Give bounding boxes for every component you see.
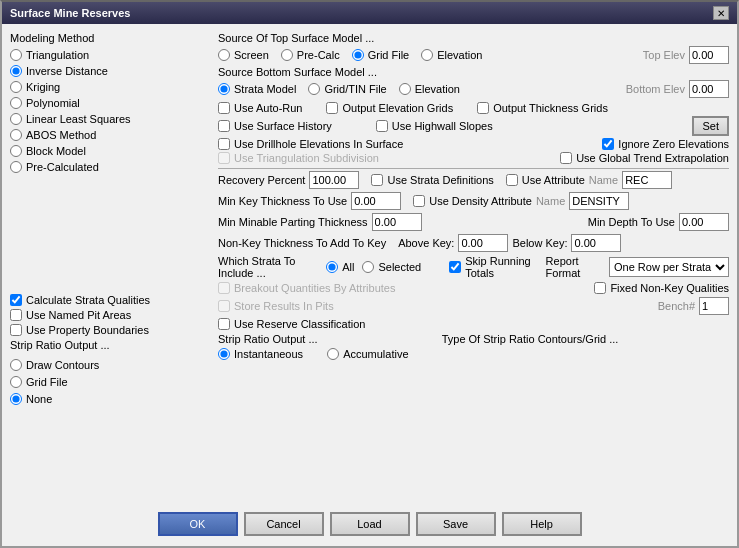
use-density-checkbox: Use Density Attribute bbox=[413, 195, 532, 207]
method-abos-label[interactable]: ABOS Method bbox=[26, 129, 96, 141]
below-key-label: Below Key: bbox=[512, 237, 567, 249]
top-elevation: Elevation bbox=[421, 48, 482, 62]
triangulation-sub-checkbox: Use Triangulation Subdivision bbox=[218, 152, 379, 164]
method-pre-calculated: Pre-Calculated bbox=[10, 160, 210, 174]
min-key-input[interactable] bbox=[351, 192, 401, 210]
top-grid-file: Grid File bbox=[352, 48, 410, 62]
non-key-label: Non-Key Thickness To Add To Key bbox=[218, 237, 386, 249]
method-abos: ABOS Method bbox=[10, 128, 210, 142]
draw-contours-radio: Draw Contours bbox=[10, 358, 210, 372]
instantaneous-radio: Instantaneous bbox=[218, 347, 303, 361]
method-kriging-label[interactable]: Kriging bbox=[26, 81, 60, 93]
content-area: Modeling Method Triangulation Inverse Di… bbox=[2, 24, 737, 546]
triangulation-sub-label: Use Triangulation Subdivision bbox=[234, 152, 379, 164]
main-window: Surface Mine Reserves ✕ Modeling Method … bbox=[0, 0, 739, 548]
use-density-label[interactable]: Use Density Attribute bbox=[429, 195, 532, 207]
bottom-elev-label: Bottom Elev bbox=[626, 83, 685, 95]
help-button[interactable]: Help bbox=[502, 512, 582, 536]
top-screen: Screen bbox=[218, 48, 269, 62]
top-surface-title: Source Of Top Surface Model ... bbox=[218, 32, 639, 44]
top-elev-input[interactable] bbox=[689, 46, 729, 64]
drillhole-elev-label[interactable]: Use Drillhole Elevations In Surface bbox=[234, 138, 403, 150]
close-button[interactable]: ✕ bbox=[713, 6, 729, 20]
bottom-surface-title: Source Bottom Surface Model ... bbox=[218, 66, 622, 78]
output-thick-label[interactable]: Output Thickness Grids bbox=[493, 102, 608, 114]
bench-input[interactable] bbox=[699, 297, 729, 315]
use-attribute-name-label: Name bbox=[589, 174, 618, 186]
recovery-percent-input[interactable] bbox=[309, 171, 359, 189]
right-panel: Source Of Top Surface Model ... Screen P… bbox=[218, 32, 729, 502]
ok-button[interactable]: OK bbox=[158, 512, 238, 536]
skip-running-checkbox: Skip Running Totals bbox=[449, 255, 537, 279]
calc-strata-checkbox: Calculate Strata Qualities bbox=[10, 294, 210, 306]
min-depth-input[interactable] bbox=[679, 213, 729, 231]
set-button[interactable]: Set bbox=[692, 116, 729, 136]
ignore-zero-checkbox: Ignore Zero Elevations bbox=[602, 138, 729, 150]
modeling-method-label: Modeling Method bbox=[10, 32, 210, 44]
store-results-checkbox: Store Results In Pits bbox=[218, 300, 334, 312]
method-block-label[interactable]: Block Model bbox=[26, 145, 86, 157]
save-button[interactable]: Save bbox=[416, 512, 496, 536]
min-minable-input[interactable] bbox=[372, 213, 422, 231]
left-panel: Modeling Method Triangulation Inverse Di… bbox=[10, 32, 210, 502]
below-key-input[interactable] bbox=[571, 234, 621, 252]
method-inverse-label[interactable]: Inverse Distance bbox=[26, 65, 108, 77]
modeling-method-group: Triangulation Inverse Distance Kriging P… bbox=[10, 48, 210, 174]
density-name-input[interactable] bbox=[569, 192, 629, 210]
method-inverse-distance: Inverse Distance bbox=[10, 64, 210, 78]
highwall-checkbox: Use Highwall Slopes bbox=[376, 120, 493, 132]
global-trend-label[interactable]: Use Global Trend Extrapolation bbox=[576, 152, 729, 164]
bottom-elev-input[interactable] bbox=[689, 80, 729, 98]
report-format-label: Report Format bbox=[546, 255, 601, 279]
ignore-zero-label[interactable]: Ignore Zero Elevations bbox=[618, 138, 729, 150]
calc-strata-label[interactable]: Calculate Strata Qualities bbox=[26, 294, 150, 306]
use-attribute-checkbox: Use Attribute bbox=[506, 174, 585, 186]
use-reserve-label[interactable]: Use Reserve Classification bbox=[234, 318, 365, 330]
contour-type-label: Type Of Strip Ratio Contours/Grid ... bbox=[442, 333, 619, 345]
window-title: Surface Mine Reserves bbox=[10, 7, 130, 19]
highwall-label[interactable]: Use Highwall Slopes bbox=[392, 120, 493, 132]
method-block-model: Block Model bbox=[10, 144, 210, 158]
grid-file-label[interactable]: Grid File bbox=[26, 376, 68, 388]
which-strata-label: Which Strata To Include ... bbox=[218, 255, 318, 279]
auto-run-label[interactable]: Use Auto-Run bbox=[234, 102, 302, 114]
title-bar: Surface Mine Reserves ✕ bbox=[2, 2, 737, 24]
none-label[interactable]: None bbox=[26, 393, 52, 405]
use-property-label[interactable]: Use Property Boundaries bbox=[26, 324, 149, 336]
breakout-qty-checkbox: Breakout Quantities By Attributes bbox=[218, 282, 395, 294]
strata-selected-label[interactable]: Selected bbox=[378, 261, 421, 273]
top-elev-label: Top Elev bbox=[643, 49, 685, 61]
above-key-input[interactable] bbox=[458, 234, 508, 252]
strata-selected: Selected bbox=[362, 260, 421, 274]
method-linear-least: Linear Least Squares bbox=[10, 112, 210, 126]
none-radio: None bbox=[10, 392, 210, 406]
grid-file-radio: Grid File bbox=[10, 375, 210, 389]
skip-running-label[interactable]: Skip Running Totals bbox=[465, 255, 537, 279]
top-surface-options: Screen Pre-Calc Grid File bbox=[218, 48, 639, 62]
method-pre-label[interactable]: Pre-Calculated bbox=[26, 161, 99, 173]
strip-ratio-output-label: Strip Ratio Output ... bbox=[218, 333, 318, 345]
cancel-button[interactable]: Cancel bbox=[244, 512, 324, 536]
method-triangulation-label[interactable]: Triangulation bbox=[26, 49, 89, 61]
use-strata-defs-checkbox: Use Strata Definitions bbox=[371, 174, 493, 186]
use-property-checkbox: Use Property Boundaries bbox=[10, 324, 210, 336]
fixed-non-key-label[interactable]: Fixed Non-Key Qualities bbox=[610, 282, 729, 294]
use-strata-defs-label[interactable]: Use Strata Definitions bbox=[387, 174, 493, 186]
method-linear-label[interactable]: Linear Least Squares bbox=[26, 113, 131, 125]
method-polynomial-label[interactable]: Polynomial bbox=[26, 97, 80, 109]
strip-ratio-label: Strip Ratio Output ... bbox=[10, 339, 210, 351]
bottom-grid-tin: Grid/TIN File bbox=[308, 82, 386, 96]
density-name-label: Name bbox=[536, 195, 565, 207]
use-attribute-label[interactable]: Use Attribute bbox=[522, 174, 585, 186]
load-button[interactable]: Load bbox=[330, 512, 410, 536]
strata-all-label[interactable]: All bbox=[342, 261, 354, 273]
use-named-pit-label[interactable]: Use Named Pit Areas bbox=[26, 309, 131, 321]
accumulative-label[interactable]: Accumulative bbox=[343, 348, 408, 360]
surface-history-label[interactable]: Use Surface History bbox=[234, 120, 332, 132]
draw-contours-label[interactable]: Draw Contours bbox=[26, 359, 99, 371]
output-elev-label[interactable]: Output Elevation Grids bbox=[342, 102, 453, 114]
report-format-select[interactable]: One Row per Strata Multiple Rows Summary… bbox=[609, 257, 729, 277]
bottom-elevation: Elevation bbox=[399, 82, 460, 96]
use-attribute-name-input[interactable] bbox=[622, 171, 672, 189]
instantaneous-label[interactable]: Instantaneous bbox=[234, 348, 303, 360]
